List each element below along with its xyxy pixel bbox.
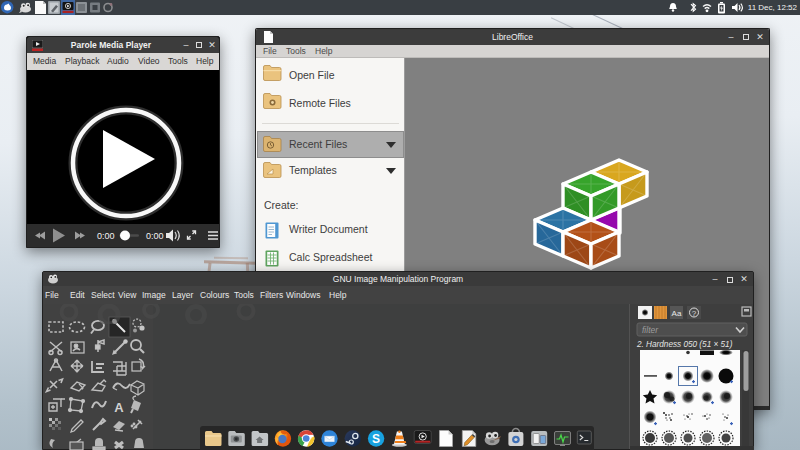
- svg-text:2. Hardness 050 (51 × 51): 2. Hardness 050 (51 × 51): [636, 340, 733, 349]
- svg-text:Aa: Aa: [672, 309, 682, 318]
- svg-text:0:00: 0:00: [146, 231, 164, 241]
- svg-text:S: S: [372, 432, 380, 446]
- svg-text:0:00: 0:00: [97, 231, 115, 241]
- svg-text:filter: filter: [642, 325, 659, 335]
- svg-text:A: A: [114, 400, 124, 415]
- svg-text:?: ?: [692, 309, 697, 318]
